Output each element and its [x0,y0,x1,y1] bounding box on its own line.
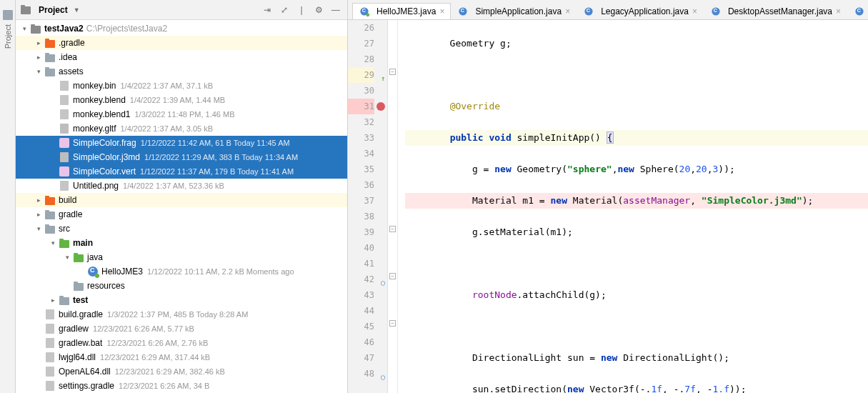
project-view-dropdown[interactable]: ▼ [74,6,80,14]
editor-tab[interactable]: SimpleApplication.java× [451,2,577,19]
folder-icon [44,37,56,49]
project-panel-title: Project [39,5,68,15]
file-meta: 1/4/2022 1:39 AM, 1.44 MB [130,96,225,104]
hide-icon[interactable]: — [329,3,343,17]
close-icon[interactable]: × [439,6,444,16]
chevron-right-icon[interactable]: ▸ [49,296,57,304]
file-label: OpenAL64.dll [59,367,111,377]
tree-folder-gradle[interactable]: ▸ .gradle [16,36,347,50]
tree-root[interactable]: ▾ testJava2 C:\Projects\testJava2 [16,21,347,36]
tree-file-selected[interactable]: SimpleColor.j3md1/12/2022 11:29 AM, 383 … [16,150,347,164]
line-number: 41 [348,256,374,272]
chevron-down-icon[interactable]: ▾ [63,253,71,262]
fold-toggle-icon[interactable]: − [389,69,396,75]
divider: | [294,3,309,17]
editor-tab[interactable]: DesktopAssetManager.java× [704,2,847,19]
tree-folder-src[interactable]: ▾src [16,222,347,236]
chevron-down-icon[interactable]: ▾ [20,24,29,33]
file-icon [59,109,70,120]
class-icon [710,6,722,17]
folder-label: .gradle [59,38,85,48]
close-icon[interactable]: × [692,6,697,16]
tree-file[interactable]: settings.gradle12/23/2021 6:26 AM, 34 B [16,379,347,393]
line-number: 39 [348,224,374,240]
code-line [405,319,868,334]
chevron-right-icon[interactable]: ▸ [34,39,43,47]
code-line: g.setMaterial(m1); [405,224,868,240]
code-editor[interactable]: Geometry g; @Override public void simple… [398,20,868,393]
tree-file[interactable]: gradlew12/23/2021 6:26 AM, 5.77 kB [16,322,347,336]
expand-all-icon[interactable]: ⤢ [277,3,291,17]
line-number-breakpoint[interactable]: 31 [348,99,374,114]
close-icon[interactable]: × [836,6,841,16]
tree-folder-resources[interactable]: resources [16,279,347,293]
project-icon [3,10,13,20]
tree-file[interactable]: monkey.blend11/3/2022 11:48 PM, 1.46 MB [16,107,347,121]
tree-folder-idea[interactable]: ▸ .idea [16,50,347,64]
file-label: Untitled.png [73,181,119,191]
code-line-breakpoint: Material m1 = new Material(assetManager,… [405,193,868,209]
folder-icon [59,294,70,306]
override-up-icon[interactable] [376,70,385,79]
folder-label: java [87,252,103,262]
file-meta: 1/12/2022 11:42 AM, 61 B Today 11:45 AM [141,139,290,147]
override-icon[interactable] [376,369,385,377]
fold-column[interactable]: − − − − [388,20,398,393]
file-meta: 1/4/2022 1:37 AM, 3.05 kB [120,124,213,133]
tree-file-selected[interactable]: SimpleColor.frag1/12/2022 11:42 AM, 61 B… [16,136,347,150]
class-icon [359,6,370,17]
tree-folder-test[interactable]: ▸test [16,293,347,307]
project-toolwindow-tab[interactable]: Project [0,0,16,393]
line-number: 36 [348,177,374,193]
tree-file[interactable]: monkey.blend1/4/2022 1:39 AM, 1.44 MB [16,93,347,107]
file-icon [44,337,56,349]
file-label: SimpleColor.j3md [73,152,140,162]
folder-label: build [59,195,76,205]
file-icon [59,123,70,134]
gear-icon[interactable]: ⚙ [311,3,326,17]
tree-folder-build[interactable]: ▸build [16,193,347,207]
editor-tab[interactable]: ImplHan [847,2,868,19]
tree-file[interactable]: gradlew.bat12/23/2021 6:26 AM, 2.76 kB [16,336,347,350]
tree-folder-java[interactable]: ▾java [16,250,347,264]
editor-tab-active[interactable]: HelloJME3.java× [352,3,451,20]
tree-file-selected[interactable]: SimpleColor.vert1/12/2022 11:37 AM, 179 … [16,164,347,179]
editor-tab[interactable]: LegacyApplication.java× [577,2,704,19]
tree-folder-gradledir[interactable]: ▸gradle [16,207,347,222]
code-line: @Override [405,99,868,114]
chevron-down-icon[interactable]: ▾ [49,239,57,247]
tree-folder-main[interactable]: ▾main [16,236,347,250]
folder-label: .idea [59,52,77,62]
tree-file[interactable]: lwjgl64.dll12/23/2021 6:29 AM, 317.44 kB [16,350,347,364]
gutter[interactable]: 26 27 28 29 30 31 32 33 34 35 36 37 38 3… [348,20,388,393]
tree-file[interactable]: monkey.bin1/4/2022 1:37 AM, 37.1 kB [16,79,347,93]
breakpoint-icon[interactable] [376,102,385,111]
file-meta: 1/12/2022 11:29 AM, 383 B Today 11:34 AM [144,153,298,161]
tree-file[interactable]: build.gradle1/3/2022 1:37 PM, 485 B Toda… [16,307,347,322]
file-label: lwjgl64.dll [59,352,96,362]
chevron-down-icon[interactable]: ▾ [34,67,43,76]
fold-toggle-icon[interactable]: − [389,320,396,327]
fold-toggle-icon[interactable]: − [389,273,396,279]
chevron-down-icon[interactable]: ▾ [34,224,43,233]
shader-icon [59,166,70,177]
fold-toggle-icon[interactable]: − [389,226,396,232]
tree-file[interactable]: monkey.gltf1/4/2022 1:37 AM, 3.05 kB [16,121,347,136]
chevron-right-icon[interactable]: ▸ [34,210,43,219]
project-tree[interactable]: ▾ testJava2 C:\Projects\testJava2 ▸ .gra… [16,20,347,393]
project-path: C:\Projects\testJava2 [86,24,167,34]
project-header-icon [20,4,31,16]
chevron-right-icon[interactable]: ▸ [34,53,43,61]
tree-file-class[interactable]: HelloJME31/12/2022 10:11 AM, 2.2 kB Mome… [16,264,347,279]
folder-icon [73,280,84,292]
tree-file[interactable]: Untitled.png1/4/2022 1:37 AM, 523.36 kB [16,179,347,193]
tree-file[interactable]: OpenAL64.dll12/23/2021 6:29 AM, 382.46 k… [16,364,347,379]
override-icon[interactable] [376,274,385,283]
close-icon[interactable]: × [565,6,570,16]
tree-folder-assets[interactable]: ▾ assets [16,64,347,79]
select-opened-file-icon[interactable]: ⇥ [260,3,274,17]
file-meta: 1/12/2022 11:37 AM, 179 B Today 11:41 AM [140,167,294,176]
chevron-right-icon[interactable]: ▸ [34,196,43,204]
line-number: 43 [348,287,374,303]
folder-icon [44,51,56,63]
